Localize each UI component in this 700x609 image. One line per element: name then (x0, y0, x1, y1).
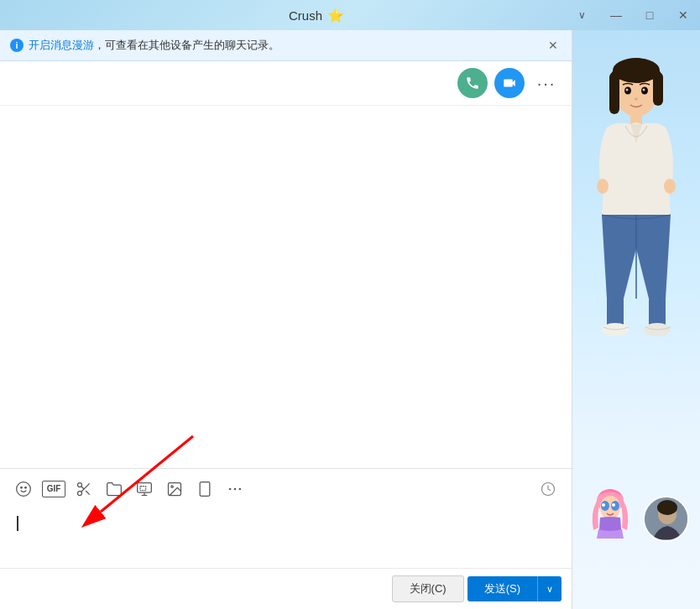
svg-point-3 (21, 487, 23, 489)
more-actions-button[interactable]: ··· (531, 68, 562, 98)
user-avatar (643, 496, 689, 542)
close-chat-button[interactable]: 关闭(C) (392, 575, 464, 602)
image-button[interactable] (161, 476, 188, 502)
svg-rect-36 (607, 297, 624, 326)
svg-point-31 (635, 98, 638, 101)
bottom-buttons: 关闭(C) 发送(S) ∨ (0, 568, 572, 609)
close-window-button[interactable]: ✕ (666, 0, 700, 30)
gif-badge: GIF (42, 481, 65, 497)
svg-point-26 (613, 58, 660, 83)
chevron-button[interactable]: ∨ (566, 0, 599, 30)
title-star: ⭐ (327, 8, 344, 23)
info-banner-text: 开启消息漫游，可查看在其他设备产生的聊天记录。 (29, 38, 279, 53)
svg-point-15 (171, 486, 174, 488)
right-panel (572, 30, 700, 609)
scissors-button[interactable] (71, 476, 97, 502)
send-button[interactable]: 发送(S) (468, 576, 537, 601)
svg-rect-37 (649, 297, 666, 326)
svg-rect-24 (609, 72, 619, 114)
chat-toolbar: GIF (0, 468, 572, 509)
svg-rect-11 (140, 487, 146, 491)
title-bar-controls: ∨ — □ ✕ (566, 0, 700, 30)
svg-point-20 (239, 488, 242, 491)
app-title: Crush (289, 8, 322, 23)
svg-point-18 (229, 488, 232, 491)
svg-point-29 (626, 89, 629, 91)
main-container: i 开启消息漫游，可查看在其他设备产生的聊天记录。 ✕ (0, 30, 700, 609)
folder-button[interactable] (101, 476, 128, 502)
svg-point-30 (643, 89, 645, 91)
svg-line-9 (81, 487, 84, 489)
info-icon: i (10, 39, 24, 52)
chat-actions: ··· (0, 61, 572, 106)
history-button[interactable] (535, 476, 562, 502)
messages-area[interactable] (0, 106, 572, 468)
svg-point-19 (234, 488, 237, 491)
anime-sticker (583, 484, 638, 542)
title-bar-center: Crush ⭐ (289, 8, 344, 23)
svg-point-45 (612, 503, 615, 507)
title-bar: Crush ⭐ ∨ — □ ✕ (0, 0, 700, 30)
input-area[interactable] (0, 509, 572, 568)
send-dropdown-button[interactable]: ∨ (537, 576, 562, 601)
svg-point-6 (78, 492, 82, 496)
svg-point-48 (657, 500, 677, 515)
gif-button[interactable]: GIF (40, 476, 67, 502)
video-call-button[interactable] (494, 68, 525, 98)
small-avatars (572, 484, 700, 542)
text-cursor (17, 516, 18, 531)
info-banner-left: i 开启消息漫游，可查看在其他设备产生的聊天记录。 (10, 38, 279, 53)
minimize-button[interactable]: — (599, 0, 633, 30)
phone-call-button[interactable] (457, 68, 488, 98)
info-banner-rest: ，可查看在其他设备产生的聊天记录。 (94, 39, 279, 51)
emoji-button[interactable] (10, 476, 37, 502)
chat-panel: i 开启消息漫游，可查看在其他设备产生的聊天记录。 ✕ (0, 30, 572, 609)
svg-rect-16 (200, 482, 210, 497)
mobile-button[interactable] (191, 476, 218, 502)
svg-point-4 (25, 487, 27, 489)
svg-point-5 (78, 483, 82, 487)
info-close-button[interactable]: ✕ (545, 37, 562, 54)
screen-share-button[interactable] (131, 476, 158, 502)
svg-line-8 (86, 491, 90, 495)
svg-point-34 (664, 179, 676, 194)
avatar-figure (582, 47, 691, 366)
maximize-button[interactable]: □ (633, 0, 666, 30)
svg-point-44 (602, 503, 605, 507)
svg-rect-10 (138, 483, 152, 493)
send-button-group: 发送(S) ∨ (468, 576, 562, 601)
info-link[interactable]: 开启消息漫游 (29, 39, 94, 51)
svg-point-2 (17, 482, 31, 497)
svg-point-33 (597, 179, 609, 194)
info-banner: i 开启消息漫游，可查看在其他设备产生的聊天记录。 ✕ (0, 30, 572, 61)
toolbar-more-button[interactable] (222, 476, 248, 502)
